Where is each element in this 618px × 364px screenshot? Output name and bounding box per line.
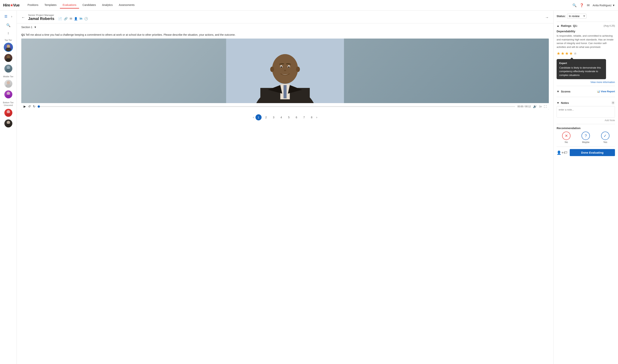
section-selector[interactable]: Section 1 ▼ bbox=[17, 23, 553, 31]
user-chevron-icon: ▼ bbox=[612, 4, 615, 7]
page-btn-1[interactable]: 1 bbox=[256, 114, 261, 120]
maybe-circle: ? bbox=[581, 131, 590, 140]
link-icon[interactable]: 🔗 bbox=[64, 17, 68, 21]
progress-dot bbox=[38, 105, 40, 108]
ratings-label: Ratings bbox=[561, 24, 571, 27]
page-btn-6[interactable]: 6 bbox=[293, 114, 300, 120]
sidebar-sort-icon[interactable]: ↕ bbox=[6, 30, 11, 37]
scores-header[interactable]: ▼ Scores 📊 View Report bbox=[557, 88, 615, 95]
tooltip-text: Candidate is likely to demonstrate this … bbox=[559, 66, 603, 77]
add-note-btn[interactable]: Add Note bbox=[557, 119, 615, 122]
svg-point-5 bbox=[6, 69, 11, 73]
candidate-avatar-2[interactable] bbox=[4, 53, 13, 63]
nav-assessments[interactable]: Assessments bbox=[116, 2, 137, 9]
rewind-btn[interactable]: ↺ bbox=[28, 105, 31, 108]
maybe-label: Maybe bbox=[582, 141, 590, 143]
search-icon[interactable]: 🔍 bbox=[572, 3, 577, 7]
help-icon[interactable]: ❓ bbox=[580, 3, 584, 7]
video-frame[interactable] bbox=[21, 39, 549, 103]
volume-btn[interactable]: 🔊 bbox=[533, 105, 537, 108]
notes-label: Notes bbox=[561, 101, 569, 104]
play-btn[interactable]: ▶ bbox=[24, 105, 26, 108]
note-input[interactable] bbox=[557, 106, 615, 117]
page-btn-2[interactable]: 2 bbox=[263, 114, 269, 120]
profile-icon[interactable]: 👤 bbox=[74, 17, 78, 21]
page-btn-3[interactable]: 3 bbox=[271, 114, 277, 120]
svg-point-9 bbox=[6, 95, 11, 99]
add-user-btn[interactable]: 👤+ bbox=[557, 150, 564, 155]
email-icon[interactable]: ✉ bbox=[69, 17, 72, 21]
next-candidate-btn[interactable]: → bbox=[545, 15, 549, 20]
notes-count-badge: 0 bbox=[611, 101, 615, 105]
question-text: Q1 Tell me about a time you had a challe… bbox=[21, 33, 549, 36]
star-5[interactable]: ★ bbox=[573, 51, 577, 56]
page-btn-7[interactable]: 7 bbox=[301, 114, 307, 120]
avatar-image-6 bbox=[4, 109, 12, 117]
star-2[interactable]: ★ bbox=[561, 51, 564, 56]
star-1[interactable]: ★ bbox=[557, 51, 560, 56]
center-content: ← Senior Project Manager Jamal Roberts 📄… bbox=[17, 11, 553, 364]
sidebar-toggle-btn[interactable]: › bbox=[10, 13, 14, 20]
speed-btn[interactable]: 1x bbox=[539, 105, 542, 108]
candidate-avatar-5[interactable] bbox=[4, 90, 13, 99]
view-report-link[interactable]: 📊 View Report bbox=[597, 90, 615, 93]
pagination-prev[interactable]: ‹ bbox=[253, 116, 254, 119]
middle-tier-label: Middle Tier bbox=[3, 75, 14, 78]
candidate-avatar-7[interactable] bbox=[4, 119, 13, 128]
mail-icon[interactable]: ✉ bbox=[587, 3, 590, 7]
progress-bar[interactable] bbox=[38, 106, 515, 107]
fullscreen-btn[interactable]: ⛶ bbox=[544, 105, 547, 108]
pagination: ‹ 1 2 3 4 5 6 7 8 › bbox=[21, 112, 549, 123]
forward-btn[interactable]: ↻ bbox=[33, 105, 35, 108]
bottom-actions: 👤+ 🏷 Done Evaluating bbox=[557, 147, 615, 156]
ratings-collapse-icon: ▲ bbox=[557, 24, 560, 27]
rec-no-btn[interactable]: ✕ No bbox=[562, 131, 570, 143]
no-circle: ✕ bbox=[562, 131, 570, 140]
nav-templates[interactable]: Templates bbox=[42, 2, 59, 9]
nav-evaluations[interactable]: Evaluations bbox=[60, 2, 79, 9]
star-4[interactable]: ★ bbox=[569, 51, 573, 56]
avatar-image-4 bbox=[4, 80, 12, 88]
svg-rect-18 bbox=[284, 85, 287, 98]
svg-point-3 bbox=[6, 58, 11, 62]
status-select[interactable]: In review Completed Pending bbox=[567, 14, 586, 19]
star-3[interactable]: ★ bbox=[565, 51, 569, 56]
avatar-image-1 bbox=[4, 43, 12, 51]
candidate-avatar-3[interactable] bbox=[4, 64, 13, 73]
page-btn-8[interactable]: 8 bbox=[309, 114, 315, 120]
notes-collapse-icon: ▼ bbox=[557, 101, 560, 104]
stars-container: ★ ★ ★ ★ ★ Expert Candidate is likely to … bbox=[557, 51, 615, 81]
nav-analytics[interactable]: Analytics bbox=[99, 2, 115, 9]
clock-icon[interactable]: 🕐 bbox=[84, 17, 88, 21]
pagination-next[interactable]: › bbox=[316, 116, 317, 119]
page-btn-5[interactable]: 5 bbox=[286, 114, 292, 120]
linkedin-icon[interactable]: in bbox=[80, 17, 82, 21]
candidate-avatar-6[interactable] bbox=[4, 108, 13, 117]
nav-candidates[interactable]: Candidates bbox=[80, 2, 99, 9]
notes-header[interactable]: ▼ Notes 0 bbox=[557, 99, 615, 106]
recommendation-label: Recommendation bbox=[557, 127, 615, 130]
svg-point-10 bbox=[7, 110, 10, 114]
resume-icon[interactable]: 📄 bbox=[58, 17, 62, 21]
page-btn-4[interactable]: 4 bbox=[278, 114, 284, 120]
ratings-avg: (Avg 4.25) bbox=[604, 24, 615, 27]
ratings-q-label: Q1: bbox=[573, 24, 578, 27]
notes-section: ▼ Notes 0 Add Note bbox=[557, 99, 615, 122]
ratings-header[interactable]: ▲ Ratings Q1: (Avg 4.25) bbox=[557, 24, 615, 27]
tag-btn[interactable]: 🏷 bbox=[564, 150, 567, 155]
sidebar-list-icon[interactable]: ☰ bbox=[3, 13, 9, 20]
logo[interactable]: Hire★Vue bbox=[3, 3, 20, 7]
done-evaluating-btn[interactable]: Done Evaluating bbox=[570, 149, 615, 156]
view-more-link[interactable]: View more information bbox=[557, 81, 615, 84]
rec-yes-btn[interactable]: ✓ Yes bbox=[601, 131, 609, 143]
svg-point-19 bbox=[272, 54, 298, 84]
user-menu[interactable]: Anita Rodriguez ▼ bbox=[593, 4, 615, 7]
competency-desc: Is responsible, reliable, and committed … bbox=[557, 34, 615, 49]
rec-maybe-btn[interactable]: ? Maybe bbox=[581, 131, 590, 143]
prev-candidate-btn[interactable]: ← bbox=[21, 15, 25, 20]
video-controls: ▶ ↺ ↻ 00:00 / 00:12 🔊 1x ⛶ bbox=[21, 103, 549, 110]
nav-positions[interactable]: Positions bbox=[25, 2, 41, 9]
candidate-avatar-4[interactable] bbox=[4, 79, 13, 88]
sidebar-search-icon[interactable]: 🔍 bbox=[5, 22, 12, 29]
candidate-avatar-1[interactable] bbox=[4, 43, 13, 52]
